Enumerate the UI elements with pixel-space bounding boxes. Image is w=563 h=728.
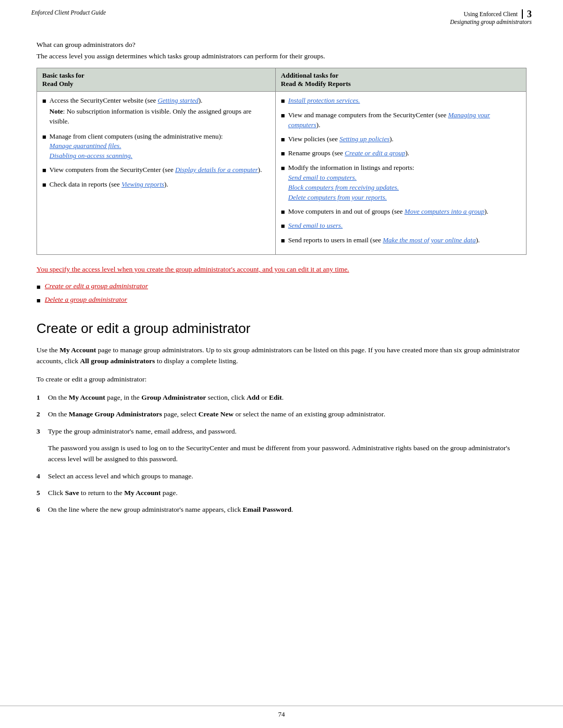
page-footer: 74 (0, 706, 563, 719)
table-col2-content: ■ Install protection services. ■ View an… (275, 92, 526, 255)
list-item: ■ Access the SecurityCenter website (see… (42, 96, 270, 128)
table-col1-header: Basic tasks for Read Only (37, 68, 276, 92)
bullet-icon: ■ (281, 236, 285, 246)
bullet-icon: ■ (42, 132, 46, 142)
bullet-link-item-delete: ■ Delete a group administrator (36, 295, 527, 305)
step-number-4: 4 (36, 471, 48, 482)
list-item: ■ Check data in reports (see Viewing rep… (42, 180, 270, 190)
step-5: 5 Click Save to return to the My Account… (36, 488, 527, 498)
header-page-number: 3 (522, 9, 532, 19)
numbered-steps-list: 1 On the My Account page, in the Group A… (36, 392, 527, 437)
link-manage-quarantined[interactable]: Manage quarantined files. (50, 142, 121, 150)
step-number-1: 1 (36, 392, 48, 403)
header-guide-title: Enforced Client Product Guide (31, 9, 106, 16)
footer-page-number: 74 (278, 710, 285, 719)
link-viewing-reports[interactable]: Viewing reports (121, 180, 164, 188)
step-number-3: 3 (36, 426, 48, 437)
intro-question: What can group administrators do? (36, 41, 527, 49)
bullet-link-item-create: ■ Create or edit a group administrator (36, 282, 527, 291)
list-item: ■ Send email to users. (281, 221, 521, 231)
bullet-icon: ■ (42, 180, 46, 190)
step-2: 2 On the Manage Group Administrators pag… (36, 409, 527, 419)
bullet-icon: ■ (281, 221, 285, 231)
list-item: ■ Modify the information in listings and… (281, 163, 521, 202)
bullet-icon: ■ (281, 111, 285, 121)
link-getting-started[interactable]: Getting started (157, 96, 198, 104)
note-text: Note: No subscription information is vis… (50, 107, 270, 127)
main-content: What can group administrators do? The ac… (0, 30, 563, 542)
bullet-icon: ■ (42, 96, 46, 106)
bullet-icon: ■ (36, 283, 41, 291)
bullet-link-list: ■ Create or edit a group administrator ■… (36, 282, 527, 305)
tasks-table: Basic tasks for Read Only Additional tas… (36, 68, 527, 255)
list-item: ■ Send reports to users in email (see Ma… (281, 236, 521, 246)
step-1: 1 On the My Account page, in the Group A… (36, 392, 527, 403)
link-install-protection[interactable]: Install protection services. (288, 96, 360, 104)
bullet-icon: ■ (42, 166, 46, 176)
list-item: ■ Install protection services. (281, 96, 521, 106)
link-managing-computers[interactable]: Managing your computers (288, 111, 490, 129)
header-using-title: Using Enforced Client (464, 11, 518, 17)
page-header: Enforced Client Product Guide Using Enfo… (0, 0, 563, 30)
header-right: Using Enforced Client 3 Designating grou… (450, 9, 532, 25)
link-block-computers[interactable]: Block computers from receiving updates. (288, 183, 399, 191)
link-create-edit-admin[interactable]: Create or edit a group administrator (45, 282, 148, 290)
bullet-icon: ■ (281, 135, 285, 145)
list-item: ■ View policies (see Setting up policies… (281, 134, 521, 145)
step-4: 4 Select an access level and which group… (36, 471, 527, 482)
step-3: 3 Type the group administrator's name, e… (36, 426, 527, 437)
table-col1-content: ■ Access the SecurityCenter website (see… (37, 92, 276, 255)
link-delete-computers[interactable]: Delete computers from your reports. (288, 193, 387, 201)
link-setting-up-policies[interactable]: Setting up policies (339, 135, 389, 143)
link-create-edit-group[interactable]: Create or edit a group (345, 149, 405, 157)
numbered-steps-list-cont: 4 Select an access level and which group… (36, 471, 527, 515)
list-item: ■ Manage from client computers (using th… (42, 132, 270, 162)
red-link-paragraph[interactable]: You specify the access level when you cr… (36, 264, 527, 275)
link-delete-admin[interactable]: Delete a group administrator (45, 295, 127, 304)
bullet-icon: ■ (281, 96, 285, 106)
link-send-email-computers[interactable]: Send email to computers. (288, 174, 357, 181)
step-number-2: 2 (36, 409, 48, 419)
header-subtitle: Designating group administrators (450, 19, 532, 25)
list-item: ■ Move computers in and out of groups (s… (281, 207, 521, 217)
list-item: ■ Rename groups (see Create or edit a gr… (281, 149, 521, 159)
step-6: 6 On the line where the new group admini… (36, 504, 527, 515)
page-container: Enforced Client Product Guide Using Enfo… (0, 0, 563, 728)
link-disabling-scanning[interactable]: Disabling on-access scanning. (50, 152, 132, 159)
bullet-icon: ■ (281, 149, 285, 159)
link-send-email-users[interactable]: Send email to users. (288, 221, 343, 229)
link-move-computers[interactable]: Move computers into a group (405, 207, 484, 215)
list-item: ■ View and manage computers from the Sec… (281, 110, 521, 130)
step-number-5: 5 (36, 488, 48, 498)
link-display-details[interactable]: Display details for a computer (175, 166, 258, 174)
section-intro-para: Use the My Account page to manage group … (36, 345, 527, 367)
header-right-top: Using Enforced Client 3 (450, 9, 532, 19)
header-left: Enforced Client Product Guide (31, 9, 106, 16)
table-col2-header: Additional tasks for Read & Modify Repor… (275, 68, 526, 92)
list-item: ■ View computers from the SecurityCenter… (42, 165, 270, 176)
bullet-icon: ■ (36, 297, 41, 305)
intro-description: The access level you assign determines w… (36, 52, 527, 60)
link-most-online-data[interactable]: Make the most of your online data (383, 236, 475, 244)
bullet-icon: ■ (281, 207, 285, 217)
step-number-6: 6 (36, 504, 48, 515)
password-note: The password you assign is used to log o… (48, 443, 527, 465)
section-heading: Create or edit a group administrator (36, 320, 527, 337)
to-create-text: To create or edit a group administrator: (36, 374, 527, 385)
bullet-icon: ■ (281, 164, 285, 174)
